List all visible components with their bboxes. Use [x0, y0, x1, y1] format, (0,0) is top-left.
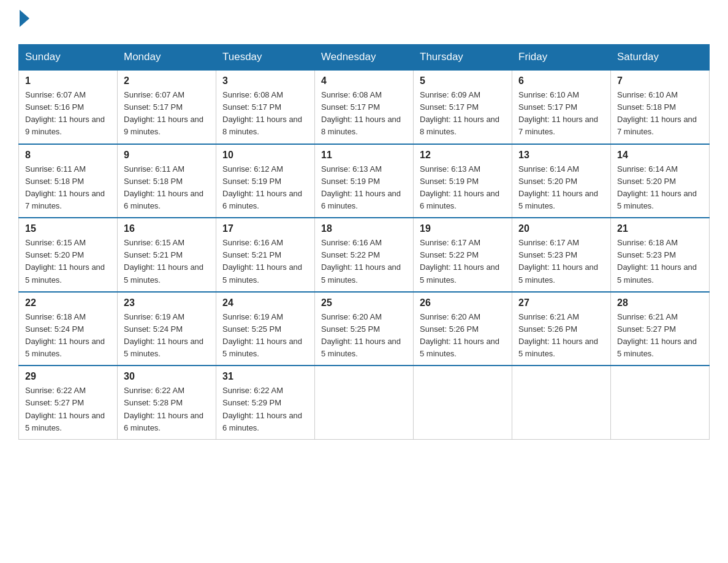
- day-header-sunday: Sunday: [19, 45, 118, 71]
- day-info: Sunrise: 6:07 AMSunset: 5:16 PMDaylight:…: [25, 90, 105, 136]
- day-info: Sunrise: 6:10 AMSunset: 5:17 PMDaylight:…: [518, 90, 598, 136]
- day-info: Sunrise: 6:09 AMSunset: 5:17 PMDaylight:…: [420, 90, 499, 136]
- week-row-3: 15 Sunrise: 6:15 AMSunset: 5:20 PMDaylig…: [19, 218, 710, 292]
- week-row-2: 8 Sunrise: 6:11 AMSunset: 5:18 PMDayligh…: [19, 144, 710, 218]
- day-info: Sunrise: 6:17 AMSunset: 5:22 PMDaylight:…: [420, 238, 499, 284]
- day-number: 7: [617, 75, 703, 86]
- calendar-cell: 20 Sunrise: 6:17 AMSunset: 5:23 PMDaylig…: [512, 218, 611, 292]
- week-row-5: 29 Sunrise: 6:22 AMSunset: 5:27 PMDaylig…: [19, 366, 710, 439]
- week-row-4: 22 Sunrise: 6:18 AMSunset: 5:24 PMDaylig…: [19, 292, 710, 366]
- day-info: Sunrise: 6:21 AMSunset: 5:26 PMDaylight:…: [518, 312, 598, 358]
- calendar-cell: 17 Sunrise: 6:16 AMSunset: 5:21 PMDaylig…: [216, 218, 315, 292]
- calendar-cell: 15 Sunrise: 6:15 AMSunset: 5:20 PMDaylig…: [19, 218, 118, 292]
- calendar-cell: 4 Sunrise: 6:08 AMSunset: 5:17 PMDayligh…: [315, 70, 414, 144]
- calendar-cell: 23 Sunrise: 6:19 AMSunset: 5:24 PMDaylig…: [118, 292, 216, 366]
- day-info: Sunrise: 6:10 AMSunset: 5:18 PMDaylight:…: [617, 90, 697, 136]
- day-info: Sunrise: 6:19 AMSunset: 5:24 PMDaylight:…: [124, 312, 203, 358]
- day-info: Sunrise: 6:16 AMSunset: 5:22 PMDaylight:…: [321, 238, 401, 284]
- calendar-cell: [315, 366, 414, 439]
- day-number: 18: [321, 223, 407, 234]
- calendar-cell: 10 Sunrise: 6:12 AMSunset: 5:19 PMDaylig…: [216, 144, 315, 218]
- day-number: 1: [25, 75, 111, 86]
- calendar-cell: 13 Sunrise: 6:14 AMSunset: 5:20 PMDaylig…: [512, 144, 611, 218]
- day-number: 21: [617, 223, 703, 234]
- day-info: Sunrise: 6:08 AMSunset: 5:17 PMDaylight:…: [222, 90, 302, 136]
- day-number: 30: [124, 371, 210, 382]
- day-number: 5: [420, 75, 506, 86]
- calendar-cell: 19 Sunrise: 6:17 AMSunset: 5:22 PMDaylig…: [414, 218, 512, 292]
- day-info: Sunrise: 6:14 AMSunset: 5:20 PMDaylight:…: [617, 164, 697, 210]
- day-number: 31: [222, 371, 308, 382]
- day-info: Sunrise: 6:15 AMSunset: 5:21 PMDaylight:…: [124, 238, 203, 284]
- day-info: Sunrise: 6:22 AMSunset: 5:28 PMDaylight:…: [124, 386, 203, 432]
- day-number: 22: [25, 297, 111, 308]
- calendar-cell: 26 Sunrise: 6:20 AMSunset: 5:26 PMDaylig…: [414, 292, 512, 366]
- calendar-cell: 25 Sunrise: 6:20 AMSunset: 5:25 PMDaylig…: [315, 292, 414, 366]
- day-header-monday: Monday: [118, 45, 216, 71]
- day-info: Sunrise: 6:15 AMSunset: 5:20 PMDaylight:…: [25, 238, 105, 284]
- day-number: 12: [420, 150, 506, 161]
- calendar-cell: 14 Sunrise: 6:14 AMSunset: 5:20 PMDaylig…: [611, 144, 710, 218]
- day-info: Sunrise: 6:18 AMSunset: 5:23 PMDaylight:…: [617, 238, 697, 284]
- day-info: Sunrise: 6:14 AMSunset: 5:20 PMDaylight:…: [518, 164, 598, 210]
- calendar-cell: 2 Sunrise: 6:07 AMSunset: 5:17 PMDayligh…: [118, 70, 216, 144]
- day-number: 6: [518, 75, 604, 86]
- day-info: Sunrise: 6:17 AMSunset: 5:23 PMDaylight:…: [518, 238, 598, 284]
- day-info: Sunrise: 6:08 AMSunset: 5:17 PMDaylight:…: [321, 90, 401, 136]
- day-info: Sunrise: 6:07 AMSunset: 5:17 PMDaylight:…: [124, 90, 203, 136]
- calendar-cell: 6 Sunrise: 6:10 AMSunset: 5:17 PMDayligh…: [512, 70, 611, 144]
- calendar-cell: 31 Sunrise: 6:22 AMSunset: 5:29 PMDaylig…: [216, 366, 315, 439]
- day-header-saturday: Saturday: [611, 45, 710, 71]
- day-number: 13: [518, 150, 604, 161]
- day-number: 9: [124, 150, 210, 161]
- day-header-wednesday: Wednesday: [315, 45, 414, 71]
- calendar-cell: 8 Sunrise: 6:11 AMSunset: 5:18 PMDayligh…: [19, 144, 118, 218]
- calendar-cell: [414, 366, 512, 439]
- calendar-table: SundayMondayTuesdayWednesdayThursdayFrid…: [18, 44, 710, 440]
- day-info: Sunrise: 6:13 AMSunset: 5:19 PMDaylight:…: [420, 164, 499, 210]
- day-number: 3: [222, 75, 308, 86]
- calendar-cell: 16 Sunrise: 6:15 AMSunset: 5:21 PMDaylig…: [118, 218, 216, 292]
- day-number: 4: [321, 75, 407, 86]
- calendar-cell: 3 Sunrise: 6:08 AMSunset: 5:17 PMDayligh…: [216, 70, 315, 144]
- calendar-cell: [512, 366, 611, 439]
- day-header-friday: Friday: [512, 45, 611, 71]
- calendar-cell: 7 Sunrise: 6:10 AMSunset: 5:18 PMDayligh…: [611, 70, 710, 144]
- logo: [18, 12, 29, 33]
- calendar-cell: 9 Sunrise: 6:11 AMSunset: 5:18 PMDayligh…: [118, 144, 216, 218]
- day-number: 16: [124, 223, 210, 234]
- day-number: 14: [617, 150, 703, 161]
- calendar-cell: 5 Sunrise: 6:09 AMSunset: 5:17 PMDayligh…: [414, 70, 512, 144]
- day-info: Sunrise: 6:21 AMSunset: 5:27 PMDaylight:…: [617, 312, 697, 358]
- calendar-cell: 22 Sunrise: 6:18 AMSunset: 5:24 PMDaylig…: [19, 292, 118, 366]
- day-number: 29: [25, 371, 111, 382]
- calendar-cell: 30 Sunrise: 6:22 AMSunset: 5:28 PMDaylig…: [118, 366, 216, 439]
- day-info: Sunrise: 6:22 AMSunset: 5:27 PMDaylight:…: [25, 386, 105, 432]
- calendar-cell: 11 Sunrise: 6:13 AMSunset: 5:19 PMDaylig…: [315, 144, 414, 218]
- day-info: Sunrise: 6:19 AMSunset: 5:25 PMDaylight:…: [222, 312, 302, 358]
- calendar-cell: 29 Sunrise: 6:22 AMSunset: 5:27 PMDaylig…: [19, 366, 118, 439]
- day-number: 15: [25, 223, 111, 234]
- day-number: 25: [321, 297, 407, 308]
- week-row-1: 1 Sunrise: 6:07 AMSunset: 5:16 PMDayligh…: [19, 70, 710, 144]
- day-number: 28: [617, 297, 703, 308]
- calendar-cell: 21 Sunrise: 6:18 AMSunset: 5:23 PMDaylig…: [611, 218, 710, 292]
- day-info: Sunrise: 6:20 AMSunset: 5:25 PMDaylight:…: [321, 312, 401, 358]
- day-info: Sunrise: 6:20 AMSunset: 5:26 PMDaylight:…: [420, 312, 499, 358]
- day-number: 8: [25, 150, 111, 161]
- calendar-cell: [611, 366, 710, 439]
- page-header: [18, 12, 710, 33]
- day-number: 2: [124, 75, 210, 86]
- calendar-cell: 12 Sunrise: 6:13 AMSunset: 5:19 PMDaylig…: [414, 144, 512, 218]
- calendar-cell: 1 Sunrise: 6:07 AMSunset: 5:16 PMDayligh…: [19, 70, 118, 144]
- day-info: Sunrise: 6:11 AMSunset: 5:18 PMDaylight:…: [25, 164, 105, 210]
- day-number: 19: [420, 223, 506, 234]
- day-info: Sunrise: 6:13 AMSunset: 5:19 PMDaylight:…: [321, 164, 401, 210]
- day-number: 23: [124, 297, 210, 308]
- header-row: SundayMondayTuesdayWednesdayThursdayFrid…: [19, 45, 710, 71]
- day-info: Sunrise: 6:18 AMSunset: 5:24 PMDaylight:…: [25, 312, 105, 358]
- day-info: Sunrise: 6:11 AMSunset: 5:18 PMDaylight:…: [124, 164, 203, 210]
- day-info: Sunrise: 6:22 AMSunset: 5:29 PMDaylight:…: [222, 386, 302, 432]
- day-header-thursday: Thursday: [414, 45, 512, 71]
- day-info: Sunrise: 6:16 AMSunset: 5:21 PMDaylight:…: [222, 238, 302, 284]
